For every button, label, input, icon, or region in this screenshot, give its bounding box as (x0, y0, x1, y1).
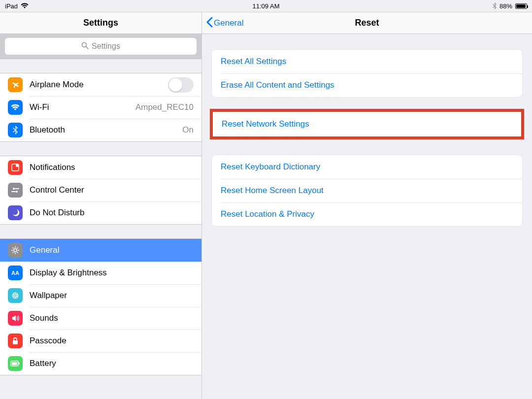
search-wrap: Settings (0, 34, 201, 59)
bluetooth-label: Bluetooth (30, 125, 182, 135)
sidebar-item-general[interactable]: General (0, 239, 201, 262)
detail-header: General Reset (202, 12, 532, 34)
sidebar-item-sounds[interactable]: Sounds (0, 307, 201, 330)
airplane-label: Airplane Mode (30, 80, 168, 90)
sidebar-item-bluetooth[interactable]: Bluetooth On (0, 119, 201, 141)
svg-point-6 (16, 191, 18, 193)
svg-point-3 (16, 164, 19, 167)
back-label: General (214, 18, 243, 28)
svg-rect-25 (12, 362, 17, 365)
battery-label: Battery (30, 359, 194, 368)
sidebar-group-device: General AA Display & Brightness Wallpape… (0, 238, 201, 375)
general-label: General (30, 245, 194, 255)
erase-all-label: Erase All Content and Settings (221, 80, 334, 90)
sidebar-item-dnd[interactable]: Do Not Disturb (0, 201, 201, 224)
svg-point-8 (14, 249, 17, 252)
sidebar-group-alerts: Notifications Control Center Do Not Dist… (0, 156, 201, 225)
back-button[interactable]: General (206, 12, 243, 34)
reset-network-settings[interactable]: Reset Network Settings (213, 112, 521, 136)
wifi-value: Amped_REC10 (135, 102, 194, 112)
battery-icon (515, 3, 527, 9)
sounds-label: Sounds (30, 313, 194, 323)
svg-line-13 (13, 248, 14, 249)
airplane-icon (8, 77, 23, 92)
battery-percent: 88% (499, 2, 512, 10)
svg-line-1 (86, 46, 89, 49)
clock: 11:09 AM (253, 2, 280, 10)
dnd-icon (8, 205, 23, 220)
svg-point-4 (13, 188, 15, 190)
reset-group-2-highlighted: Reset Network Settings (210, 109, 524, 139)
reset-location-privacy[interactable]: Reset Location & Privacy (212, 202, 522, 226)
reset-home-screen-layout[interactable]: Reset Home Screen Layout (212, 179, 522, 202)
wifi-icon (21, 3, 29, 9)
bluetooth-value: On (182, 125, 194, 135)
wallpaper-label: Wallpaper (30, 291, 194, 300)
wifi-label: Wi-Fi (30, 102, 135, 112)
reset-keyboard-label: Reset Keyboard Dictionary (221, 162, 320, 172)
svg-rect-24 (19, 363, 20, 365)
sidebar-item-wallpaper[interactable]: Wallpaper (0, 284, 201, 307)
search-input[interactable]: Settings (5, 38, 197, 55)
sidebar-item-notifications[interactable]: Notifications (0, 156, 201, 179)
svg-line-16 (13, 252, 14, 253)
reset-home-label: Reset Home Screen Layout (221, 186, 324, 196)
wifi-row-icon (8, 100, 23, 115)
erase-all-content[interactable]: Erase All Content and Settings (212, 73, 522, 97)
svg-line-15 (17, 248, 18, 249)
sidebar-item-display[interactable]: AA Display & Brightness (0, 262, 201, 284)
sidebar-title: Settings (0, 12, 201, 34)
airplane-toggle[interactable] (168, 77, 194, 93)
search-icon (81, 42, 89, 51)
dnd-label: Do Not Disturb (30, 208, 194, 218)
sidebar-item-passcode[interactable]: Passcode (0, 330, 201, 352)
bluetooth-row-icon (8, 123, 23, 137)
sidebar-item-airplane[interactable]: Airplane Mode (0, 73, 201, 96)
battery-row-icon (8, 356, 23, 371)
sidebar-group-connectivity: Airplane Mode Wi-Fi Amped_REC10 Bluetoot… (0, 73, 201, 142)
sidebar-item-battery[interactable]: Battery (0, 352, 201, 375)
notifications-icon (8, 160, 23, 175)
reset-location-label: Reset Location & Privacy (221, 209, 314, 219)
reset-group-3: Reset Keyboard Dictionary Reset Home Scr… (212, 155, 522, 226)
status-bar: iPad 11:09 AM 88% (0, 0, 532, 12)
device-name: iPad (5, 2, 18, 10)
passcode-icon (8, 333, 23, 348)
notifications-label: Notifications (30, 163, 194, 172)
svg-rect-22 (13, 340, 18, 344)
passcode-label: Passcode (30, 336, 194, 346)
sidebar-item-wifi[interactable]: Wi-Fi Amped_REC10 (0, 96, 201, 119)
chevron-left-icon (206, 17, 213, 30)
reset-all-settings[interactable]: Reset All Settings (212, 50, 522, 73)
control-center-icon (8, 183, 23, 198)
bluetooth-icon (493, 2, 497, 9)
reset-network-label: Reset Network Settings (222, 119, 309, 129)
display-icon: AA (8, 266, 23, 280)
search-placeholder: Settings (92, 42, 120, 51)
detail-pane: General Reset Reset All Settings Erase A… (202, 12, 532, 399)
reset-all-label: Reset All Settings (221, 57, 286, 66)
sidebar-item-control-center[interactable]: Control Center (0, 179, 201, 201)
svg-point-18 (15, 295, 16, 296)
settings-sidebar: Settings Settings Airplane Mode (0, 12, 202, 399)
reset-group-1: Reset All Settings Erase All Content and… (212, 50, 522, 97)
svg-line-14 (17, 252, 18, 253)
reset-keyboard-dictionary[interactable]: Reset Keyboard Dictionary (212, 155, 522, 179)
detail-title: Reset (355, 18, 379, 28)
control-center-label: Control Center (30, 185, 194, 195)
general-icon (8, 243, 23, 258)
wallpaper-icon (8, 288, 23, 303)
sounds-icon (8, 311, 23, 326)
display-label: Display & Brightness (30, 268, 194, 278)
